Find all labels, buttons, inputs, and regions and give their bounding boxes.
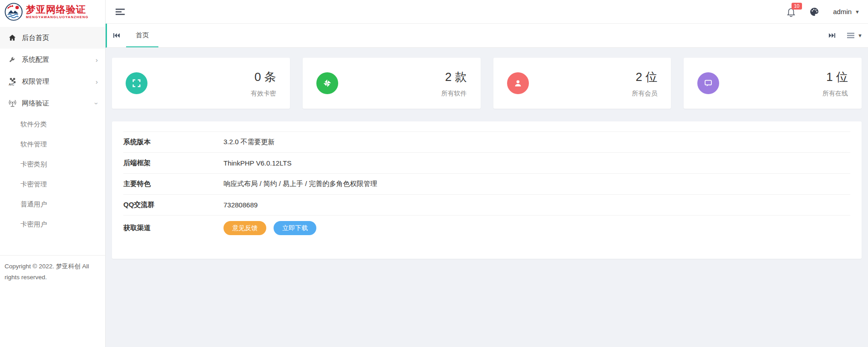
broadcast-icon <box>7 99 17 108</box>
username: admin <box>833 8 852 15</box>
sidebar-subitem-label: 卡密管理 <box>20 180 47 189</box>
brand-emblem-icon <box>4 2 23 21</box>
info-row-download-channel: 获取渠道 意见反馈 立即下载 <box>123 215 850 241</box>
caret-down-icon: ▼ <box>855 9 860 15</box>
tab-options-menu-icon[interactable]: ▼ <box>842 24 868 47</box>
info-value: 响应式布局 / 简约 / 易上手 / 完善的多角色权限管理 <box>223 180 377 188</box>
sidebar-item-label: 权限管理 <box>22 77 49 86</box>
stat-label: 所有会员 <box>632 90 657 98</box>
user-icon <box>507 72 529 94</box>
brand-subtitle: MENGYAWANGLUOYANZHENG <box>26 15 89 19</box>
sidebar-item-label: 系统配置 <box>22 55 49 64</box>
info-label: 系统版本 <box>123 138 223 146</box>
wrench-icon <box>7 55 17 64</box>
sidebar-subitem-software-category[interactable]: 软件分类 <box>0 114 105 134</box>
stat-value: 0 条 <box>251 69 276 85</box>
stat-label: 所有软件 <box>442 90 467 98</box>
download-button[interactable]: 立即下载 <box>274 221 316 235</box>
tabbar-right-controls: ▼ <box>822 24 868 47</box>
info-value: 3.2.0 不需要更新 <box>223 138 275 146</box>
stat-card-all-online: 1 位 所有在线 <box>684 58 862 109</box>
sidebar: 梦亚网络验证 MENGYAWANGLUOYANZHENG 后台首页 系统配置 › <box>0 0 106 347</box>
info-label: 获取渠道 <box>123 224 223 232</box>
stat-card-valid-cards: 0 条 有效卡密 <box>112 58 290 109</box>
tab-scroll-right-icon[interactable] <box>822 24 842 47</box>
info-row-version: 系统版本 3.2.0 不需要更新 <box>123 131 850 152</box>
system-info-panel: 系统版本 3.2.0 不需要更新 后端框架 ThinkPHP V6.0.12LT… <box>112 121 862 259</box>
main-column: 10 admin ▼ <box>106 0 868 347</box>
chevron-right-icon: › <box>96 56 98 63</box>
stat-value: 1 位 <box>822 69 848 85</box>
tab-home[interactable]: 首页 <box>126 24 158 47</box>
user-menu[interactable]: admin ▼ <box>833 8 862 15</box>
sidebar-subitem-software-manage[interactable]: 软件管理 <box>0 134 105 154</box>
copyright-text: Copyright © 2022. 梦亚科创 All rights reserv… <box>0 255 105 282</box>
sidebar-item-home[interactable]: 后台首页 <box>0 27 105 49</box>
info-buttons: 意见反馈 立即下载 <box>223 221 322 235</box>
stat-label: 所有在线 <box>822 90 848 98</box>
chevron-down-icon: › <box>93 102 100 105</box>
stat-card-all-members: 2 位 所有会员 <box>493 58 671 109</box>
screen-full-icon <box>126 72 147 94</box>
info-value: ThinkPHP V6.0.12LTS <box>223 159 292 167</box>
sidebar-subitem-normal-user[interactable]: 普通用户 <box>0 194 105 214</box>
stat-value: 2 位 <box>632 69 657 85</box>
content-area: 0 条 有效卡密 2 款 所有 <box>106 48 868 347</box>
sidebar-subitem-card-user[interactable]: 卡密用户 <box>0 214 105 234</box>
sidebar-item-system-config[interactable]: 系统配置 › <box>0 49 105 70</box>
app-window: 梦亚网络验证 MENGYAWANGLUOYANZHENG 后台首页 系统配置 › <box>0 0 868 347</box>
sidebar-item-permission[interactable]: A/C 权限管理 › <box>0 70 105 92</box>
stat-value: 2 款 <box>442 69 467 85</box>
brand-title: 梦亚网络验证 <box>26 5 89 14</box>
info-row-framework: 后端框架 ThinkPHP V6.0.12LTS <box>123 152 850 173</box>
chat-icon <box>697 72 719 94</box>
info-label: 主要特色 <box>123 180 223 188</box>
stat-cards-row: 0 条 有效卡密 2 款 所有 <box>112 58 862 109</box>
sidebar-menu: 后台首页 系统配置 › A/C <box>0 23 105 234</box>
tab-label: 首页 <box>136 31 149 40</box>
info-row-qq-group: QQ交流群 732808689 <box>123 194 850 215</box>
feedback-button[interactable]: 意见反馈 <box>223 221 266 235</box>
sidebar-subitem-label: 软件分类 <box>20 120 47 129</box>
brand-text: 梦亚网络验证 MENGYAWANGLUOYANZHENG <box>26 5 89 19</box>
sidebar-item-label: 网络验证 <box>22 99 49 108</box>
sidebar-item-label: 后台首页 <box>22 34 49 42</box>
stat-label: 有效卡密 <box>251 90 276 98</box>
theme-palette-icon[interactable] <box>809 7 819 17</box>
sidebar-subitem-label: 普通用户 <box>20 200 47 209</box>
tab-scroll-left-icon[interactable] <box>107 24 126 47</box>
caret-down-icon: ▼ <box>858 33 863 38</box>
brand-logo[interactable]: 梦亚网络验证 MENGYAWANGLUOYANZHENG <box>0 0 105 23</box>
info-label: 后端框架 <box>123 159 223 167</box>
info-value: 732808689 <box>223 201 258 209</box>
hamburger-icon[interactable] <box>115 8 125 16</box>
sidebar-subitem-label: 卡密类别 <box>20 160 47 169</box>
info-row-features: 主要特色 响应式布局 / 简约 / 易上手 / 完善的多角色权限管理 <box>123 173 850 194</box>
home-icon <box>7 34 17 42</box>
sidebar-subitem-label: 软件管理 <box>20 140 47 149</box>
notification-bell-icon[interactable]: 10 <box>787 7 796 17</box>
stat-card-all-software: 2 款 所有软件 <box>303 58 481 109</box>
svg-text:A/C: A/C <box>8 82 14 85</box>
info-label: QQ交流群 <box>123 201 223 209</box>
chevron-right-icon: › <box>96 78 98 85</box>
sidebar-subitem-card-category[interactable]: 卡密类别 <box>0 154 105 174</box>
top-bar: 10 admin ▼ <box>106 0 868 24</box>
sidebar-subitem-card-manage[interactable]: 卡密管理 <box>0 174 105 194</box>
sidebar-subitem-label: 卡密用户 <box>20 220 47 229</box>
notification-badge: 10 <box>792 3 802 10</box>
tab-bar: 首页 ▼ <box>106 24 868 48</box>
pinwheel-icon <box>316 72 338 94</box>
auth-icon: A/C <box>7 77 17 86</box>
sidebar-item-network-verify[interactable]: 网络验证 › <box>0 92 105 114</box>
